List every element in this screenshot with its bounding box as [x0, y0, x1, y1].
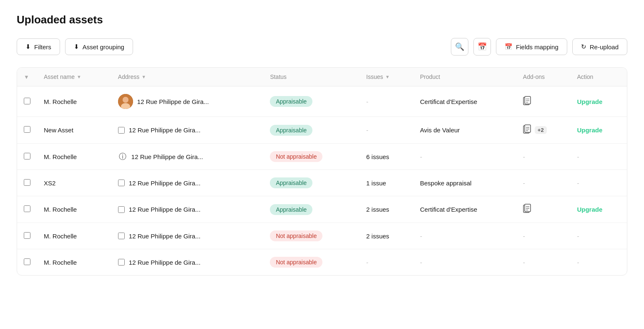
upgrade-link[interactable]: Upgrade [577, 98, 602, 105]
addons-empty: - [523, 153, 525, 160]
row-checkbox[interactable] [24, 153, 30, 159]
search-button[interactable]: 🔍 [451, 38, 468, 56]
asset-name-sort-icon: ▼ [77, 74, 81, 79]
asset-grouping-button[interactable]: ⬇ Asset grouping [65, 38, 133, 55]
row-asset-name: XS2 [37, 170, 111, 196]
row-status-cell: Appraisable [263, 196, 360, 223]
row-address-cell: 12 Rue Philippe de Gira... [111, 86, 264, 117]
row-addons-cell: - [516, 223, 571, 249]
upgrade-link[interactable]: Upgrade [577, 206, 602, 213]
assets-table-wrapper: ▼ Asset name ▼ Address ▼ [17, 67, 627, 276]
row-checkbox[interactable] [24, 179, 30, 186]
row-checkbox[interactable] [24, 258, 30, 265]
address-checkbox[interactable] [118, 233, 125, 239]
address-checkbox[interactable] [118, 127, 125, 134]
row-asset-name: M. Rochelle [37, 86, 111, 117]
table-row: M. Rochelle12 Rue Philippe de Gira...App… [17, 196, 627, 223]
assets-table: ▼ Asset name ▼ Address ▼ [17, 68, 627, 275]
toolbar: ⬇ Filters ⬇ Asset grouping 🔍 📅 📅 Fields … [17, 38, 627, 56]
row-action-cell: - [570, 170, 627, 196]
calendar-button[interactable]: 📅 [473, 38, 491, 56]
col-checkbox: ▼ [17, 68, 37, 86]
issues-empty: - [366, 98, 368, 105]
row-addons-cell [516, 86, 571, 117]
status-badge: Appraisable [270, 204, 312, 215]
reupload-button[interactable]: ↻ Re-upload [572, 38, 627, 55]
row-product: Avis de Valeur [413, 117, 516, 144]
table-row: M. Rochelle12 Rue Philippe de Gira...Not… [17, 249, 627, 276]
row-status-cell: Appraisable [263, 117, 360, 144]
row-checkbox-cell [17, 170, 37, 196]
row-action-cell[interactable]: Upgrade [570, 117, 627, 144]
row-issues: 2 issues [360, 196, 413, 223]
product-empty: - [420, 233, 422, 240]
address-checkbox[interactable] [118, 259, 125, 266]
row-addons-cell: - [516, 249, 571, 276]
row-product: Bespoke appraisal [413, 170, 516, 196]
row-address-cell: 12 Rue Philippe de Gira... [111, 196, 264, 223]
row-issues: - [360, 86, 413, 117]
address-checkbox[interactable] [118, 180, 125, 186]
status-badge: Not appraisable [270, 257, 322, 268]
filters-button[interactable]: ⬇ Filters [17, 38, 60, 55]
fields-mapping-button[interactable]: 📅 Fields mapping [496, 38, 567, 55]
row-checkbox-cell [17, 249, 37, 276]
row-issues: 6 issues [360, 144, 413, 170]
address-checkbox[interactable] [118, 206, 125, 213]
filters-icon: ⬇ [25, 43, 31, 51]
col-status: Status [263, 68, 360, 86]
row-checkbox-cell [17, 196, 37, 223]
product-empty: - [420, 153, 422, 160]
calendar-icon: 📅 [478, 42, 487, 51]
table-row: XS212 Rue Philippe de Gira...Appraisable… [17, 170, 627, 196]
svg-rect-15 [525, 204, 531, 212]
row-address-cell: 12 Rue Philippe de Gira... [111, 249, 264, 276]
col-issues[interactable]: Issues ▼ [360, 68, 413, 86]
row-checkbox[interactable] [24, 232, 30, 239]
fields-mapping-label: Fields mapping [516, 43, 558, 51]
table-header-row: ▼ Asset name ▼ Address ▼ [17, 68, 627, 86]
asset-grouping-icon: ⬇ [74, 43, 79, 51]
product-empty: - [420, 259, 422, 266]
row-product: - [413, 223, 516, 249]
row-address-cell: ⓘ12 Rue Philippe de Gira... [111, 144, 264, 170]
avatar-icon [118, 94, 133, 109]
table-row: New Asset12 Rue Philippe de Gira...Appra… [17, 117, 627, 144]
row-address-text: 12 Rue Philippe de Gira... [129, 180, 201, 187]
row-addons-cell [516, 196, 571, 223]
addons-empty: - [523, 180, 525, 187]
status-badge: Appraisable [270, 125, 312, 136]
row-action-cell: - [570, 223, 627, 249]
row-asset-name: M. Rochelle [37, 249, 111, 276]
status-badge: Not appraisable [270, 151, 322, 162]
row-checkbox-cell [17, 223, 37, 249]
row-action-cell[interactable]: Upgrade [570, 196, 627, 223]
col-asset-name[interactable]: Asset name ▼ [37, 68, 111, 86]
row-issues: 2 issues [360, 223, 413, 249]
status-badge: Appraisable [270, 177, 312, 188]
table-row: M. Rochelle 12 Rue Philippe de Gira...Ap… [17, 86, 627, 117]
row-product: Certificat d'Expertise [413, 196, 516, 223]
table-row: M. Rochelleⓘ12 Rue Philippe de Gira...No… [17, 144, 627, 170]
row-checkbox[interactable] [24, 98, 30, 104]
row-action-cell: - [570, 249, 627, 276]
row-checkbox[interactable] [24, 205, 30, 212]
row-product: - [413, 249, 516, 276]
addons-empty: - [523, 233, 525, 240]
row-asset-name: M. Rochelle [37, 196, 111, 223]
col-addons: Add-ons [516, 68, 571, 86]
reupload-label: Re-upload [590, 43, 619, 51]
row-asset-name: New Asset [37, 117, 111, 144]
action-empty: - [577, 180, 579, 187]
row-action-cell[interactable]: Upgrade [570, 86, 627, 117]
upgrade-link[interactable]: Upgrade [577, 127, 602, 134]
row-checkbox-cell [17, 86, 37, 117]
addon-document-icon [523, 96, 531, 107]
col-address[interactable]: Address ▼ [111, 68, 264, 86]
row-issues: 1 issue [360, 170, 413, 196]
row-checkbox[interactable] [24, 126, 30, 133]
addon-document-icon [523, 204, 531, 215]
row-asset-name: M. Rochelle [37, 144, 111, 170]
row-issues: - [360, 117, 413, 144]
row-checkbox-cell [17, 144, 37, 170]
